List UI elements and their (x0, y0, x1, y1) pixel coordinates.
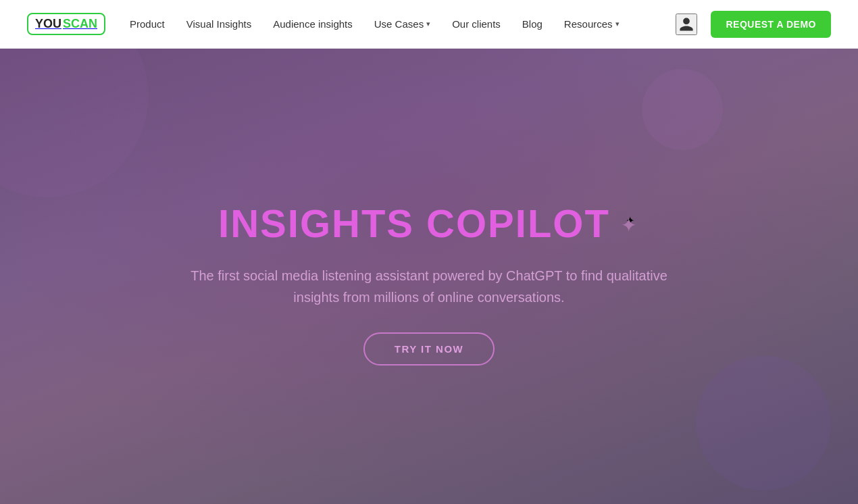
deco-blob-2 (696, 355, 831, 490)
nav-link-audience-insights[interactable]: Audience insights (273, 18, 353, 30)
logo-box: YOUSCAN (27, 13, 105, 35)
nav-link-product[interactable]: Product (130, 18, 165, 30)
hero-section: INSIGHTS COPILOT ✦ The first social medi… (0, 49, 858, 504)
nav-link-use-cases[interactable]: Use Cases (374, 18, 430, 30)
nav-link-our-clients[interactable]: Our clients (452, 18, 501, 30)
nav-item-resources: Resources (564, 18, 620, 30)
logo-you-text: YOU (35, 17, 61, 31)
nav-item-blog: Blog (522, 18, 542, 30)
nav-item-audience-insights: Audience insights (273, 18, 353, 30)
hero-title-row: INSIGHTS COPILOT ✦ (218, 201, 640, 246)
navbar: YOUSCAN Product Visual Insights Audience… (0, 0, 858, 49)
hero-title: INSIGHTS COPILOT (218, 201, 610, 246)
nav-link-resources[interactable]: Resources (564, 18, 620, 30)
try-it-now-button[interactable]: TRY IT NOW (363, 332, 495, 366)
user-icon (678, 16, 695, 32)
navbar-left: YOUSCAN Product Visual Insights Audience… (27, 13, 620, 35)
navbar-right: REQUEST A DEMO (676, 11, 831, 38)
user-account-button[interactable] (676, 14, 697, 35)
star-decoration-icon: ✦ (621, 214, 640, 233)
logo-link[interactable]: YOUSCAN (27, 13, 105, 35)
nav-item-our-clients: Our clients (452, 18, 501, 30)
nav-item-use-cases: Use Cases (374, 18, 430, 30)
hero-subtitle: The first social media listening assista… (186, 265, 672, 308)
star-glyph: ✦ (626, 215, 634, 226)
hero-content: INSIGHTS COPILOT ✦ The first social medi… (172, 201, 686, 366)
logo-scan-text: SCAN (63, 17, 97, 31)
nav-link-blog[interactable]: Blog (522, 18, 542, 30)
nav-link-visual-insights[interactable]: Visual Insights (186, 18, 251, 30)
request-demo-button[interactable]: REQUEST A DEMO (711, 11, 831, 38)
nav-item-product: Product (130, 18, 165, 30)
nav-links: Product Visual Insights Audience insight… (130, 18, 620, 30)
nav-item-visual-insights: Visual Insights (186, 18, 251, 30)
deco-blob-3 (642, 69, 723, 150)
